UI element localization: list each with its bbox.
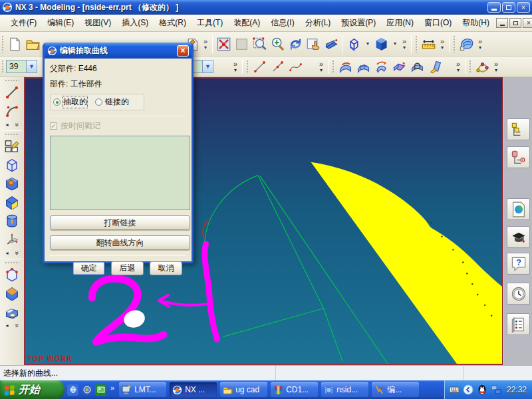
qq-messenger-icon[interactable] [477,384,487,395]
toolbar-grip[interactable] [1,35,5,52]
toolbar-grip[interactable] [5,133,19,136]
radio-extracted[interactable]: 抽取的 [53,96,87,108]
menu-application[interactable]: 应用(N) [381,15,419,31]
datum-csys-button[interactable] [3,230,21,249]
assembly-navigator-tab[interactable] [507,118,530,140]
toolbar-grip[interactable] [5,79,19,82]
start-button[interactable]: 开始 [0,380,65,399]
utility-overflow[interactable]: »▾ [231,61,240,73]
palettes-tab[interactable] [507,313,530,335]
taskbar-button-ugcad[interactable]: ug cad [220,382,267,397]
restore-button[interactable] [502,2,515,13]
help-tab[interactable]: ? [507,253,530,275]
sketch-button[interactable] [3,137,21,156]
layer-value[interactable]: 39 [6,60,26,73]
toolbar-expand-row[interactable]: ◄» [3,321,21,330]
toolbar-overflow[interactable]: »▾ [201,38,210,51]
surface-tool-4-button[interactable] [390,58,408,76]
taskbar-button-bian[interactable]: 编... [372,382,419,397]
quick-launch-image-viewer-icon[interactable] [95,384,106,396]
radio-linked[interactable]: 链接的 [95,96,129,108]
quick-launch-overflow[interactable]: » [110,384,114,392]
quick-launch-media-player-icon[interactable] [81,384,92,396]
surface-tool-3-button[interactable] [372,58,390,76]
radio-linked-dot[interactable] [95,98,102,106]
menu-file[interactable]: 文件(F) [5,15,42,31]
part-navigator-tab[interactable] [507,146,530,168]
layer-dropdown-arrow[interactable]: ▼ [26,60,37,73]
sketch-overflow[interactable]: »▾ [491,61,501,73]
toolbar-grip[interactable] [332,60,335,74]
taskbar-button-nx[interactable]: NX ... [170,382,217,397]
information-window-tab[interactable] [507,198,530,220]
mdi-restore-button[interactable] [509,18,521,28]
wireframe-dropdown[interactable]: ▾ [363,41,372,47]
line-button[interactable] [3,83,21,102]
cylinder-button[interactable] [3,211,21,230]
toolbar-grip[interactable] [453,35,456,52]
edit-feature-button[interactable] [3,265,21,284]
shaded-display-button[interactable] [372,35,390,53]
menu-format[interactable]: 格式(R) [154,15,192,31]
face-analysis-button[interactable] [458,35,475,53]
menu-preferences[interactable]: 预设置(P) [336,15,381,31]
curve-list-box[interactable] [50,136,190,210]
surface-tool-6-button[interactable] [426,58,444,76]
taskbar-clock[interactable]: 22:32 [507,385,527,394]
roles-tab[interactable] [507,226,530,248]
line-point-tool-button[interactable] [269,58,287,76]
menu-insert[interactable]: 插入(S) [116,15,154,31]
boss-button[interactable] [3,174,21,193]
mdi-close-button[interactable]: × [523,18,532,28]
surface-tool-2-button[interactable] [354,58,372,76]
network-status-icon[interactable] [491,384,501,395]
wireframe-display-button[interactable] [345,35,363,53]
zoom-box-button[interactable] [233,35,251,53]
dialog-close-button[interactable]: × [177,45,189,57]
toolbar-grip[interactable] [5,261,19,265]
perspective-button[interactable] [323,35,340,53]
minimize-button[interactable] [487,2,501,13]
zoom-in-out-button[interactable] [269,35,287,53]
back-button[interactable]: 后退 [111,261,144,275]
curve-overflow[interactable]: »▾ [317,61,326,73]
reverse-curve-direction-button[interactable]: 翻转曲线方向 [50,235,190,250]
view-toolbar-overflow[interactable]: »▾ [400,38,409,51]
mdi-minimize-button[interactable] [496,18,508,28]
menu-tools[interactable]: 工具(T) [192,15,228,31]
toolbar-grip[interactable] [1,60,5,74]
toolbar-grip[interactable] [415,35,418,52]
taskbar-button-lmt[interactable]: LMT... [119,382,166,397]
color-dropdown-arrow[interactable]: ▼ [202,60,213,73]
hide-icons-chevron-icon[interactable] [463,384,473,395]
menu-view[interactable]: 视图(V) [79,15,116,31]
menu-information[interactable]: 信息(I) [265,15,299,31]
toolbar-expand-row[interactable]: ◄» [3,249,21,257]
history-tab[interactable] [507,283,530,305]
menu-edit[interactable]: 编辑(E) [42,15,79,31]
new-file-button[interactable] [6,35,24,53]
line-tool-button[interactable] [251,58,269,76]
measure-overflow[interactable]: »▾ [438,38,447,51]
sketch-curve-tool-button[interactable] [473,58,491,76]
analysis-overflow[interactable]: »▾ [475,38,485,51]
cancel-button[interactable]: 取消 [150,261,182,275]
radio-extracted-dot[interactable] [53,98,61,106]
taskbar-button-cd1[interactable]: CD1... [271,382,318,397]
shaded-dropdown[interactable]: ▾ [390,41,400,47]
surface-overflow[interactable]: »▾ [454,61,463,73]
boolean-button[interactable] [3,284,21,303]
timestamp-checkbox[interactable]: ✓ [50,122,57,130]
spline-tool-button[interactable] [287,58,305,76]
toolbar-grip[interactable] [246,60,249,74]
surface-tool-5-button[interactable] [408,58,426,76]
input-method-keyboard-icon[interactable] [449,384,460,395]
break-link-button[interactable]: 打断链接 [50,215,190,230]
pan-view-button[interactable] [305,35,323,53]
menu-window[interactable]: 窗口(O) [419,15,457,31]
trim-body-button[interactable] [3,303,21,321]
arc-button[interactable] [3,102,21,120]
toolbar-expand-row[interactable]: ◄» [3,120,21,129]
surface-tool-1-button[interactable] [336,58,354,76]
quick-launch-browser-icon[interactable] [67,384,78,396]
